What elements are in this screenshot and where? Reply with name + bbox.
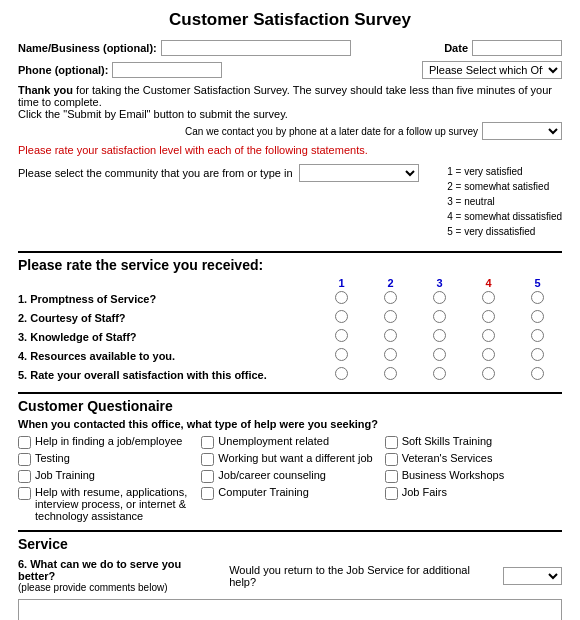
checkbox-item[interactable]: Help in finding a job/employee [18, 435, 195, 449]
rating-radio[interactable] [482, 291, 495, 304]
rating-radio[interactable] [531, 329, 544, 342]
radio-cell[interactable] [513, 327, 562, 346]
rating-radio[interactable] [384, 329, 397, 342]
radio-cell[interactable] [464, 308, 513, 327]
office-select[interactable]: Please Select which Office [422, 61, 562, 79]
rating-radio[interactable] [482, 310, 495, 323]
radio-cell[interactable] [317, 308, 366, 327]
rating-radio[interactable] [433, 291, 446, 304]
date-input[interactable] [472, 40, 562, 56]
question-label: 5. Rate your overall satisfaction with t… [18, 365, 317, 384]
legend-item-3: 3 = neutral [447, 194, 562, 209]
name-label: Name/Business (optional): [18, 42, 157, 54]
rating-radio[interactable] [531, 310, 544, 323]
radio-cell[interactable] [513, 346, 562, 365]
name-input[interactable] [161, 40, 351, 56]
radio-cell[interactable] [366, 346, 415, 365]
checkbox-item[interactable]: Unemployment related [201, 435, 378, 449]
rating-radio[interactable] [335, 310, 348, 323]
checkbox[interactable] [201, 436, 214, 449]
checkbox[interactable] [201, 470, 214, 483]
checkbox-item[interactable]: Working but want a different job [201, 452, 378, 466]
checkbox[interactable] [385, 470, 398, 483]
rating-radio[interactable] [482, 367, 495, 380]
phone-input[interactable] [112, 62, 222, 78]
checkbox-label: Help in finding a job/employee [35, 435, 182, 447]
rating-radio[interactable] [335, 291, 348, 304]
followup-select[interactable]: Yes No [482, 122, 562, 140]
rating-radio[interactable] [433, 348, 446, 361]
checkbox[interactable] [385, 487, 398, 500]
date-label: Date [444, 42, 468, 54]
radio-cell[interactable] [366, 308, 415, 327]
question-label: 2. Courtesy of Staff? [18, 308, 317, 327]
radio-cell[interactable] [513, 308, 562, 327]
radio-cell[interactable] [366, 327, 415, 346]
rating-radio[interactable] [335, 367, 348, 380]
radio-cell[interactable] [366, 289, 415, 308]
checkbox-item[interactable]: Soft Skills Training [385, 435, 562, 449]
followup-label: Can we contact you by phone at a later d… [185, 126, 478, 137]
radio-cell[interactable] [513, 289, 562, 308]
checkbox-item[interactable]: Help with resume, applications, intervie… [18, 486, 195, 522]
radio-cell[interactable] [464, 365, 513, 384]
community-select[interactable] [299, 164, 419, 182]
checkbox[interactable] [18, 453, 31, 466]
checkbox-label: Veteran's Services [402, 452, 493, 464]
checkbox-item[interactable]: Job/career counseling [201, 469, 378, 483]
checkbox[interactable] [201, 487, 214, 500]
checkbox-item[interactable]: Veteran's Services [385, 452, 562, 466]
rating-radio[interactable] [433, 329, 446, 342]
comments-textarea[interactable] [18, 599, 562, 620]
checkbox[interactable] [18, 487, 31, 500]
col-4: 4 [464, 277, 513, 289]
radio-cell[interactable] [415, 327, 464, 346]
table-row: 5. Rate your overall satisfaction with t… [18, 365, 562, 384]
questionnaire-section: Customer Questionaire When you contacted… [18, 392, 562, 522]
checkbox[interactable] [385, 453, 398, 466]
col-1: 1 [317, 277, 366, 289]
return-select[interactable]: Yes No [503, 567, 562, 585]
checkbox-label: Computer Training [218, 486, 309, 498]
rating-radio[interactable] [433, 367, 446, 380]
radio-cell[interactable] [415, 289, 464, 308]
radio-cell[interactable] [464, 346, 513, 365]
radio-cell[interactable] [513, 365, 562, 384]
rating-radio[interactable] [482, 348, 495, 361]
rating-radio[interactable] [335, 329, 348, 342]
rating-radio[interactable] [482, 329, 495, 342]
radio-cell[interactable] [317, 327, 366, 346]
rating-radio[interactable] [531, 291, 544, 304]
radio-cell[interactable] [415, 365, 464, 384]
rating-radio[interactable] [433, 310, 446, 323]
rating-radio[interactable] [384, 367, 397, 380]
checkbox[interactable] [385, 436, 398, 449]
radio-cell[interactable] [464, 327, 513, 346]
checkbox-item[interactable]: Job Training [18, 469, 195, 483]
checkbox-item[interactable]: Business Workshops [385, 469, 562, 483]
radio-cell[interactable] [415, 346, 464, 365]
checkbox-label: Job Fairs [402, 486, 447, 498]
radio-cell[interactable] [317, 365, 366, 384]
rating-radio[interactable] [335, 348, 348, 361]
rating-radio[interactable] [384, 348, 397, 361]
radio-cell[interactable] [464, 289, 513, 308]
radio-cell[interactable] [317, 289, 366, 308]
checkbox-label: Soft Skills Training [402, 435, 492, 447]
radio-cell[interactable] [317, 346, 366, 365]
rating-radio[interactable] [384, 291, 397, 304]
rating-radio[interactable] [531, 367, 544, 380]
please-rate-text: Please rate your satisfaction level with… [18, 144, 562, 156]
rating-radio[interactable] [531, 348, 544, 361]
radio-cell[interactable] [366, 365, 415, 384]
checkbox[interactable] [18, 470, 31, 483]
checkbox-label: Business Workshops [402, 469, 505, 481]
phone-label: Phone (optional): [18, 64, 108, 76]
radio-cell[interactable] [415, 308, 464, 327]
checkbox-item[interactable]: Testing [18, 452, 195, 466]
rating-radio[interactable] [384, 310, 397, 323]
checkbox[interactable] [18, 436, 31, 449]
checkbox-item[interactable]: Job Fairs [385, 486, 562, 522]
checkbox-item[interactable]: Computer Training [201, 486, 378, 522]
checkbox[interactable] [201, 453, 214, 466]
